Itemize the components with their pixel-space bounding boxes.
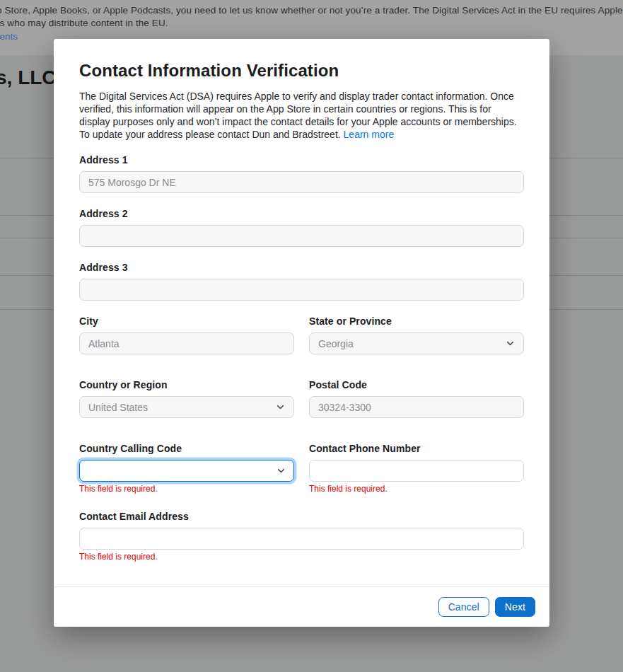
banner-text-line2: rs who may distribute content in the EU.	[0, 18, 168, 28]
state-selected-value: Georgia	[318, 338, 354, 349]
country-selected-value: United States	[88, 402, 148, 413]
city-label: City	[79, 315, 294, 328]
address1-label: Address 1	[79, 153, 524, 166]
phone-field-group: Contact Phone Number This field is requi…	[309, 442, 524, 494]
calling-code-label: Country Calling Code	[79, 442, 294, 455]
banner-link[interactable]: nents	[0, 31, 18, 42]
cancel-button[interactable]: Cancel	[438, 597, 489, 617]
chevron-down-icon	[276, 466, 286, 475]
phone-field[interactable]	[309, 460, 524, 482]
state-select: Georgia	[309, 332, 524, 354]
address2-field-group: Address 2	[79, 207, 524, 247]
city-field	[79, 332, 294, 354]
country-postal-row: Country or Region United States Postal C…	[79, 378, 524, 418]
contact-information-verification-dialog: Contact Information Verification The Dig…	[54, 39, 549, 627]
email-error: This field is required.	[79, 552, 524, 562]
next-button[interactable]: Next	[495, 597, 535, 617]
address2-field	[79, 225, 524, 247]
email-field[interactable]	[79, 528, 524, 550]
city-state-row: City State or Province Georgia	[79, 315, 524, 354]
chevron-down-icon	[276, 402, 285, 412]
dialog-footer: Cancel Next	[54, 586, 549, 627]
postal-code-field	[309, 396, 524, 418]
address1-field	[79, 171, 524, 193]
country-label: Country or Region	[79, 378, 294, 391]
country-field-group: Country or Region United States	[79, 378, 294, 418]
calling-code-select[interactable]	[79, 460, 294, 482]
email-field-group: Contact Email Address This field is requ…	[79, 510, 524, 562]
country-select: United States	[79, 396, 294, 418]
phone-error: This field is required.	[309, 484, 524, 494]
banner-text-line1: p Store, Apple Books, or Apple Podcasts,…	[0, 5, 623, 16]
city-field-group: City	[79, 315, 294, 354]
learn-more-link[interactable]: Learn more	[344, 129, 395, 140]
dialog-description: The Digital Services Act (DSA) requires …	[79, 90, 524, 141]
calling-code-error: This field is required.	[79, 484, 294, 494]
address3-label: Address 3	[79, 261, 524, 274]
address2-label: Address 2	[79, 207, 524, 220]
state-field-group: State or Province Georgia	[309, 315, 524, 354]
address3-field-group: Address 3	[79, 261, 524, 301]
dialog-title: Contact Information Verification	[79, 60, 524, 81]
postal-code-label: Postal Code	[309, 378, 524, 391]
state-label: State or Province	[309, 315, 524, 328]
dialog-description-text: The Digital Services Act (DSA) requires …	[79, 91, 517, 140]
phone-label: Contact Phone Number	[309, 442, 524, 455]
calling-code-field-group: Country Calling Code This field is requi…	[79, 442, 294, 494]
email-label: Contact Email Address	[79, 510, 524, 523]
page-heading-company-name: s, LLC	[0, 66, 57, 89]
address3-field	[79, 279, 524, 301]
postal-code-field-group: Postal Code	[309, 378, 524, 418]
address1-field-group: Address 1	[79, 153, 524, 193]
chevron-down-icon	[506, 339, 515, 348]
phone-row: Country Calling Code This field is requi…	[79, 442, 524, 494]
